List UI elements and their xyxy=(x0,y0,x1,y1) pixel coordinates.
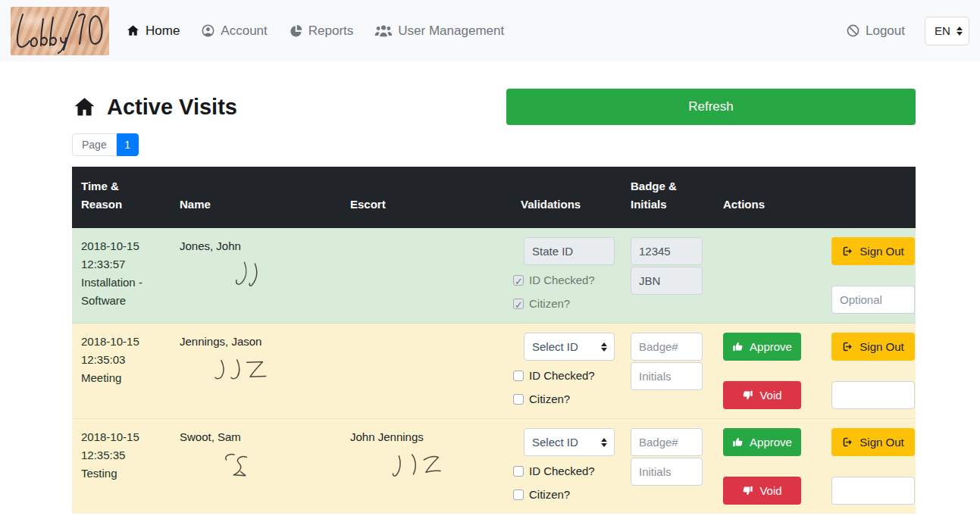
visit-time: 2018-10-15 12:35:03 xyxy=(81,333,161,369)
sign-out-icon xyxy=(842,245,853,257)
thumbs-up-icon xyxy=(732,341,744,352)
page-title-text: Active Visits xyxy=(107,95,237,120)
nav-item-label: Account xyxy=(221,23,267,39)
citizen-checkbox[interactable] xyxy=(513,489,524,500)
nav-item-user-management[interactable]: User Management xyxy=(374,23,504,39)
badge-input xyxy=(631,237,703,265)
nav-item-home[interactable]: Home xyxy=(126,23,180,39)
visitor-name: Swoot, Sam xyxy=(180,428,332,446)
sign-out-button[interactable]: Sign Out xyxy=(831,428,915,456)
visitor-signature xyxy=(208,354,292,393)
thumbs-up-icon xyxy=(732,436,744,448)
escort-name: John Jennings xyxy=(350,428,503,446)
active-visits-table: Time & Reason Name Escort Validations Ba… xyxy=(72,167,916,514)
logout-link[interactable]: Logout xyxy=(846,23,905,39)
validations-cell: ID Checked? Citizen? xyxy=(512,228,622,324)
name-cell: Swoot, Sam xyxy=(171,419,341,514)
col-header-actions: Actions xyxy=(714,167,916,228)
time-reason-cell: 2018-10-15 12:35:35 Testing xyxy=(72,419,171,514)
void-button[interactable]: Void xyxy=(723,477,801,505)
logo-handwriting xyxy=(11,7,109,55)
home-icon xyxy=(72,95,97,120)
nav-item-label: Home xyxy=(146,23,180,39)
visit-reason: Testing xyxy=(81,464,161,483)
visit-row: 2018-10-15 12:35:35 Testing Swoot, Sam J… xyxy=(72,419,916,514)
time-reason-cell: 2018-10-15 12:35:03 Meeting xyxy=(72,324,171,419)
logout-label: Logout xyxy=(866,23,905,39)
sign-out-label: Sign Out xyxy=(859,436,903,449)
visit-reason: Installation - Software xyxy=(81,274,161,310)
approve-button[interactable]: Approve xyxy=(723,428,801,456)
sign-out-note-input[interactable] xyxy=(831,286,915,314)
validations-cell: Select ID ID Checked? Citizen? xyxy=(512,324,622,419)
id-checked-checkbox[interactable] xyxy=(513,371,524,381)
id-checked-label: ID Checked? xyxy=(529,367,595,385)
visit-row: 2018-10-15 12:35:03 Meeting Jennings, Ja… xyxy=(72,324,916,419)
nav-item-label: Reports xyxy=(308,23,354,39)
sign-out-button[interactable]: Sign Out xyxy=(831,237,915,265)
badge-initials-cell xyxy=(622,228,714,324)
thumbs-down-icon xyxy=(742,485,753,496)
sign-out-label: Sign Out xyxy=(859,340,903,353)
sign-out-button[interactable]: Sign Out xyxy=(831,333,915,361)
col-header-name: Name xyxy=(171,167,341,228)
approve-label: Approve xyxy=(750,436,792,449)
initials-input[interactable] xyxy=(631,362,703,390)
users-icon xyxy=(374,23,393,38)
approve-button[interactable]: Approve xyxy=(723,333,801,361)
id-checked-checkbox[interactable] xyxy=(513,466,524,477)
pagination-page-1[interactable]: 1 xyxy=(117,133,139,156)
nav-item-reports[interactable]: Reports xyxy=(289,23,354,39)
refresh-button[interactable]: Refresh xyxy=(506,89,916,125)
col-header-escort: Escort xyxy=(341,167,512,228)
escort-cell xyxy=(341,324,512,419)
brand-logo[interactable] xyxy=(11,7,109,55)
visit-time: 2018-10-15 12:35:35 xyxy=(81,428,161,464)
pie-chart-icon xyxy=(289,23,303,38)
visit-row: 2018-10-15 12:33:57 Installation - Softw… xyxy=(72,228,916,324)
badge-initials-cell xyxy=(622,324,714,419)
citizen-label: Citizen? xyxy=(529,295,570,313)
id-type-select[interactable]: Select ID xyxy=(524,333,615,361)
nav-item-account[interactable]: Account xyxy=(201,23,267,39)
visitor-name: Jones, John xyxy=(180,237,332,255)
nav-links: Home Account Reports User Management xyxy=(126,23,846,39)
approve-label: Approve xyxy=(750,340,792,353)
void-button[interactable]: Void xyxy=(723,381,801,409)
visitor-name: Jennings, Jason xyxy=(180,333,332,351)
sign-out-label: Sign Out xyxy=(859,245,903,258)
navbar-right: Logout EN xyxy=(846,17,969,45)
id-type-select[interactable]: Select ID xyxy=(524,428,615,456)
language-select-wrap: EN xyxy=(925,17,969,45)
home-icon xyxy=(126,23,140,38)
visit-reason: Meeting xyxy=(81,369,161,387)
id-type-select-wrap: Select ID xyxy=(513,428,615,456)
badge-input[interactable] xyxy=(631,428,703,456)
citizen-label: Citizen? xyxy=(529,390,570,408)
pagination-label: Page xyxy=(72,133,117,156)
escort-cell xyxy=(341,228,512,324)
id-type-select-wrap: Select ID xyxy=(513,333,615,361)
citizen-label: Citizen? xyxy=(529,486,570,504)
sign-out-icon xyxy=(842,341,853,352)
void-label: Void xyxy=(759,484,781,497)
actions-cell: Approve Sign Out Void xyxy=(714,324,916,419)
name-cell: Jennings, Jason xyxy=(171,324,341,419)
language-select[interactable]: EN xyxy=(925,17,969,45)
top-navbar: Home Account Reports User Management xyxy=(0,0,980,61)
nav-item-label: User Management xyxy=(398,23,504,39)
page-title: Active Visits xyxy=(72,95,237,120)
citizen-checkbox[interactable] xyxy=(513,394,524,405)
escort-cell: John Jennings xyxy=(341,419,512,514)
actions-cell: Approve Sign Out Void xyxy=(714,419,916,514)
time-reason-cell: 2018-10-15 12:33:57 Installation - Softw… xyxy=(72,228,171,324)
name-cell: Jones, John xyxy=(171,228,341,324)
ban-icon xyxy=(846,23,860,38)
pagination: Page 1 xyxy=(72,133,139,156)
sign-out-note-input[interactable] xyxy=(831,381,915,409)
sign-out-note-input[interactable] xyxy=(831,477,915,505)
initials-input[interactable] xyxy=(631,458,703,486)
id-checked-checkbox xyxy=(513,275,524,286)
col-header-validations: Validations xyxy=(512,167,622,228)
badge-input[interactable] xyxy=(631,333,703,361)
